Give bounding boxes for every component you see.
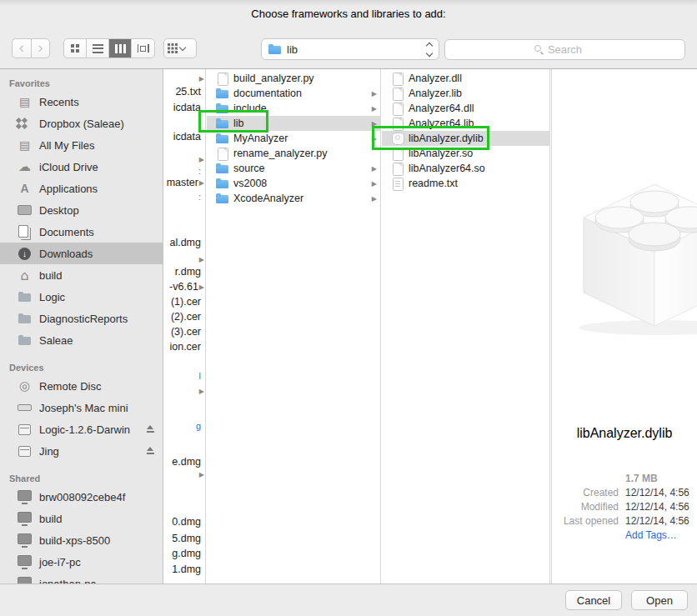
file-item-analyzer64-lib[interactable]: Analyzer64.lib [382, 116, 549, 131]
file-item-truncated[interactable]: ▶ [164, 383, 205, 398]
column-lib[interactable]: Analyzer.dllAnalyzer.libAnalyzer64.dllAn… [382, 69, 550, 584]
preview-pane: libAnalyzer.dylib 1.7 MB Created12/12/14… [551, 69, 697, 584]
sidebar-item-logic[interactable]: Logic [0, 286, 163, 308]
sidebar-item-downloads[interactable]: Downloads [0, 243, 163, 264]
search-input[interactable] [444, 39, 685, 60]
home-icon [18, 268, 32, 283]
cancel-button[interactable]: Cancel [565, 590, 622, 610]
file-item-truncated[interactable]: ▶ [164, 467, 205, 482]
disk-icon [18, 444, 32, 458]
sidebar-item-dropbox-saleae[interactable]: Dropbox (Saleae) [0, 113, 163, 134]
file-item-truncated[interactable]: g.dmg [164, 546, 205, 561]
file-item-vs2008[interactable]: vs2008▶ [207, 176, 380, 191]
sidebar-item-applications[interactable]: Applications [0, 178, 163, 199]
sidebar-item-build[interactable]: build [0, 508, 163, 529]
file-icon [391, 103, 404, 114]
view-coverflow-button[interactable] [132, 39, 154, 58]
view-list-button[interactable] [87, 39, 109, 58]
file-item-truncated[interactable]: -v6.61▶ [164, 279, 205, 294]
forward-button[interactable]: › [31, 38, 50, 58]
preview-detail-value: 12/12/14, 4:56 [625, 515, 689, 527]
file-item-libanalyzer-so[interactable]: libAnalyzer.so [382, 146, 549, 161]
file-icon [391, 118, 404, 129]
column-downloads[interactable]: ▶25.txticdataicdata▶:master▶:al.dmg▶r.dm… [164, 69, 206, 584]
file-item-label: Analyzer.lib [409, 88, 462, 99]
sidebar-item-label: Jing [39, 445, 59, 458]
file-item-truncated[interactable]: 25.txt [164, 84, 205, 99]
sidebar-item-label: brw008092cebe4f [39, 491, 125, 503]
sidebar-item-joseph-s-mac-mini[interactable]: Joseph's Mac mini [0, 397, 163, 418]
add-tags-link[interactable]: Add Tags… [625, 529, 677, 541]
file-item-truncated[interactable]: master▶ [164, 175, 205, 190]
file-item-truncated[interactable]: icdata [164, 100, 205, 115]
file-item-truncated[interactable]: 1.dmg [164, 562, 205, 577]
sidebar-item-diagnosticreports[interactable]: DiagnosticReports [0, 308, 163, 329]
file-item-truncated[interactable]: l [164, 368, 205, 383]
file-item-myanalyzer[interactable]: MyAnalyzer▶ [207, 131, 380, 146]
file-item-truncated[interactable]: al.dmg [164, 235, 205, 250]
open-button[interactable]: Open [631, 590, 688, 610]
documents-icon [18, 225, 32, 239]
sidebar-item-saleae[interactable]: Saleae [0, 329, 163, 351]
file-item-libanalyzer-dylib[interactable]: libAnalyzer.dylib [382, 131, 549, 146]
file-item-lib[interactable]: lib▶ [207, 116, 380, 131]
file-item-rename-analyzer-py[interactable]: rename_analyzer.py [207, 146, 380, 161]
sidebar-item-desktop[interactable]: Desktop [0, 199, 163, 221]
file-item-analyzer-lib[interactable]: Analyzer.lib [382, 86, 549, 101]
sidebar-item-jonathan-pc[interactable]: jonathan-pc [0, 573, 163, 584]
file-icon [216, 73, 228, 84]
file-item-build-analyzer-py[interactable]: build_analyzer.py [207, 71, 380, 86]
file-item-truncated[interactable]: : [164, 189, 205, 204]
file-item-include[interactable]: include▶ [207, 101, 380, 116]
view-columns-button[interactable] [109, 39, 132, 58]
disclosure-arrow-icon: ▶ [372, 90, 380, 98]
eject-icon[interactable] [146, 447, 155, 455]
sidebar-item-joe-i7-pc[interactable]: joe-i7-pc [0, 551, 163, 573]
path-dropdown-value: lib [287, 43, 298, 56]
file-item-truncated[interactable]: (2).cer [164, 309, 205, 324]
preview-detail-label: Modified [552, 501, 625, 513]
sidebar: FavoritesRecentsDropbox (Saleae)All My F… [0, 69, 163, 584]
disclosure-arrow-icon: ▶ [199, 388, 205, 395]
file-item-truncated[interactable]: (3).cer [164, 324, 205, 339]
sidebar-item-documents[interactable]: Documents [0, 221, 163, 243]
file-item-label: icdata [173, 102, 201, 113]
file-item-documentation[interactable]: documentation▶ [207, 86, 380, 101]
column-analyzer-sdk[interactable]: build_analyzer.pydocumentation▶include▶l… [207, 69, 381, 584]
preview-detail-label: Created [552, 487, 625, 498]
sidebar-item-all-my-files[interactable]: All My Files [0, 134, 163, 156]
eject-icon[interactable] [146, 425, 155, 433]
file-item-truncated[interactable]: 0.dmg [164, 514, 205, 529]
preview-detail-row: Last opened12/12/14, 4:56 [552, 513, 697, 528]
cloud-icon [18, 160, 32, 174]
file-item-source[interactable]: source▶ [207, 161, 380, 176]
disclosure-arrow-icon: ▶ [372, 180, 380, 188]
arrange-menu-button[interactable] [163, 38, 197, 58]
file-item-truncated[interactable]: icdata [164, 129, 205, 144]
sidebar-item-build-xps-8500[interactable]: build-xps-8500 [0, 529, 163, 551]
file-item-readme-txt[interactable]: readme.txt [382, 176, 549, 191]
sidebar-item-remote-disc[interactable]: Remote Disc [0, 375, 163, 397]
file-item-xcodeanalyzer[interactable]: XcodeAnalyzer▶ [207, 191, 380, 206]
back-button[interactable]: ‹ [12, 38, 31, 58]
view-icons-button[interactable] [64, 39, 87, 58]
path-dropdown[interactable]: lib [261, 38, 439, 60]
sidebar-item-icloud-drive[interactable]: iCloud Drive [0, 156, 163, 178]
file-item-truncated[interactable]: 5.dmg [164, 531, 205, 546]
chevron-right-icon: › [38, 39, 43, 55]
file-item-analyzer-dll[interactable]: Analyzer.dll [382, 71, 549, 86]
sidebar-item-build[interactable]: build [0, 264, 163, 286]
sidebar-item-logic-1-2-6-darwin[interactable]: Logic-1.2.6-Darwin [0, 418, 163, 440]
file-item-label: (2).cer [171, 311, 201, 323]
file-item-libanalyzer64-so[interactable]: libAnalyzer64.so [382, 161, 549, 176]
sidebar-item-jing[interactable]: Jing [0, 440, 163, 462]
file-item-truncated[interactable]: ion.cer [164, 339, 205, 354]
file-item-truncated[interactable]: r.dmg [164, 264, 205, 279]
file-item-truncated[interactable]: (1).cer [164, 294, 205, 309]
file-item-truncated[interactable]: g [164, 418, 205, 433]
sidebar-item-brw008092cebe4f[interactable]: brw008092cebe4f [0, 486, 163, 508]
file-item-analyzer64-dll[interactable]: Analyzer64.dll [382, 101, 549, 116]
sidebar-item-label: All My Files [39, 139, 94, 152]
arrange-grid-icon [168, 43, 170, 46]
sidebar-item-recents[interactable]: Recents [0, 91, 163, 113]
